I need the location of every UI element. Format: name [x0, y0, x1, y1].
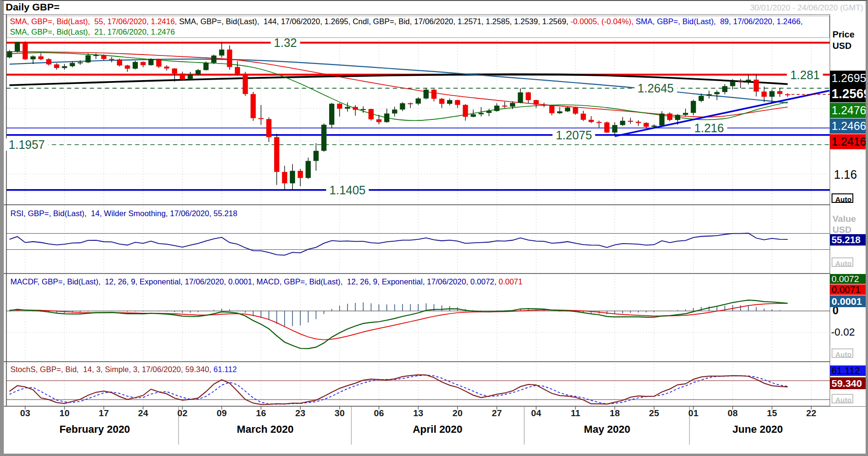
axis-label-last-price: 1.2569 — [830, 85, 868, 102]
month-label: March 2020 — [237, 423, 294, 436]
chart-plot-area[interactable] — [0, 0, 868, 456]
level-label-1.281: 1.281 — [787, 69, 823, 81]
macd-legend: MACDF, GBP=, Bid(Last), 12, 26, 9, Expon… — [10, 277, 522, 286]
axis-label-macd-line: 0.0072 — [830, 274, 868, 284]
x-tick-label: 04 — [531, 408, 541, 419]
x-tick-label: 23 — [295, 408, 305, 419]
macd-auto-scale-button[interactable]: Auto — [832, 348, 853, 358]
legend-segment: RSI, GBP=, Bid(Last), 14, Wilder Smoothi… — [10, 209, 237, 218]
x-tick-label: 09 — [217, 408, 227, 419]
x-tick-label: 30 — [335, 408, 345, 419]
x-tick-label: 24 — [138, 408, 148, 419]
x-tick-label: 15 — [767, 408, 777, 419]
x-tick-label: 06 — [374, 408, 384, 419]
axis-label-sma55: 1.2416 — [830, 134, 868, 149]
month-label: May 2020 — [584, 423, 630, 436]
price-tick-1-16: 1.16 — [834, 168, 857, 182]
month-label: February 2020 — [59, 423, 130, 436]
main-legend-box: SMA, GBP=, Bid(Last), 55, 17/06/2020, 1.… — [7, 16, 830, 38]
date-range-label: 30/01/2020 - 24/06/2020 (GMT) — [750, 3, 863, 13]
x-tick-label: 16 — [256, 408, 266, 419]
x-tick-label: 03 — [20, 408, 30, 419]
legend-segment: MACDF, GBP=, Bid(Last), 12, 26, 9, Expon… — [10, 277, 499, 286]
stochastic-panel-content — [7, 375, 830, 404]
candlesticks — [7, 41, 790, 190]
legend-segment: 0.0071 — [499, 277, 522, 286]
price-axis-unit: USD — [832, 41, 851, 51]
level-label-1.1957: 1.1957 — [5, 138, 48, 151]
level-label-1.2075: 1.2075 — [553, 129, 595, 141]
x-tick-label: 02 — [178, 408, 188, 419]
main-legend-row-2: SMA, GBP=, Bid(Last), 21, 17/06/2020, 1.… — [10, 27, 829, 37]
macd-tick-neg: -0.02 — [831, 326, 855, 338]
x-tick-label: 11 — [571, 408, 580, 419]
chart-window: Daily GBP= 30/01/2020 - 24/06/2020 (GMT)… — [0, 0, 868, 456]
legend-segment: SMA, GBP=, Bid(Last), 89, 17/06/2020, 1.… — [635, 17, 803, 26]
axis-label-rsi-value: 55.218 — [830, 234, 868, 246]
stoch-legend: StochS, GBP=, Bid, 14, 3, Simple, 3, 17/… — [10, 365, 237, 374]
level-label-1.1405: 1.1405 — [326, 184, 369, 196]
x-tick-label: 17 — [99, 408, 109, 419]
right-axis-strip: Price USD 1.2695 1.2569 1.2476 1.2466 1.… — [830, 14, 868, 406]
page-title: Daily GBP= — [6, 1, 60, 13]
axis-label-sma21: 1.2476 — [830, 103, 868, 118]
axis-label-macd-hist: 0.0001 — [830, 295, 868, 307]
month-label: June 2020 — [733, 423, 783, 436]
axis-label-stoch-k: 59.340 — [830, 377, 868, 389]
titlebar: Daily GBP= 30/01/2020 - 24/06/2020 (GMT) — [0, 0, 868, 14]
legend-segment: 61.112 — [214, 365, 237, 374]
legend-segment: SMA, GBP=, Bid(Last), 21, 17/06/2020, 1.… — [10, 27, 175, 36]
axis-label-sma89: 1.2466 — [830, 119, 868, 134]
price-axis-title: Price — [832, 29, 854, 40]
x-tick-label: 22 — [806, 408, 816, 419]
x-tick-label: 13 — [413, 408, 423, 419]
value-axis-title: Value — [832, 214, 856, 224]
stoch-auto-scale-button[interactable]: Auto — [832, 394, 853, 403]
x-tick-label: 27 — [492, 408, 502, 419]
main-legend-row-1: SMA, GBP=, Bid(Last), 55, 17/06/2020, 1.… — [10, 16, 829, 27]
legend-segment: SMA, GBP=, Bid(Last), 144, 17/06/2020, 1… — [179, 17, 571, 26]
legend-segment: SMA, GBP=, Bid(Last), 55, 17/06/2020, 1.… — [10, 17, 179, 26]
month-label: April 2020 — [412, 423, 462, 436]
x-tick-label: 25 — [649, 408, 659, 419]
x-tick-label: 10 — [60, 408, 70, 419]
price-auto-scale-button[interactable]: Auto — [832, 193, 853, 203]
rsi-auto-scale-button[interactable]: Auto — [832, 257, 853, 267]
axis-label-macd-signal: 0.0071 — [830, 284, 868, 295]
legend-segment: StochS, GBP=, Bid, 14, 3, Simple, 3, 17/… — [10, 365, 214, 374]
axis-label-sma144: 1.2695 — [830, 71, 868, 85]
x-tick-label: 08 — [728, 408, 738, 419]
value-axis-unit: USD — [832, 225, 851, 235]
x-tick-label: 18 — [610, 408, 620, 419]
legend-segment: -0.0005, (-0.04%), — [571, 17, 636, 26]
level-label-1.32: 1.32 — [270, 36, 300, 49]
x-tick-label: 20 — [453, 408, 463, 419]
rsi-legend: RSI, GBP=, Bid(Last), 14, Wilder Smoothi… — [10, 209, 237, 218]
level-label-1.2645: 1.2645 — [634, 82, 677, 94]
axis-label-stoch-d: 61.112 — [830, 365, 868, 376]
level-label-1.216: 1.216 — [691, 122, 727, 134]
x-tick-label: 01 — [689, 408, 698, 419]
